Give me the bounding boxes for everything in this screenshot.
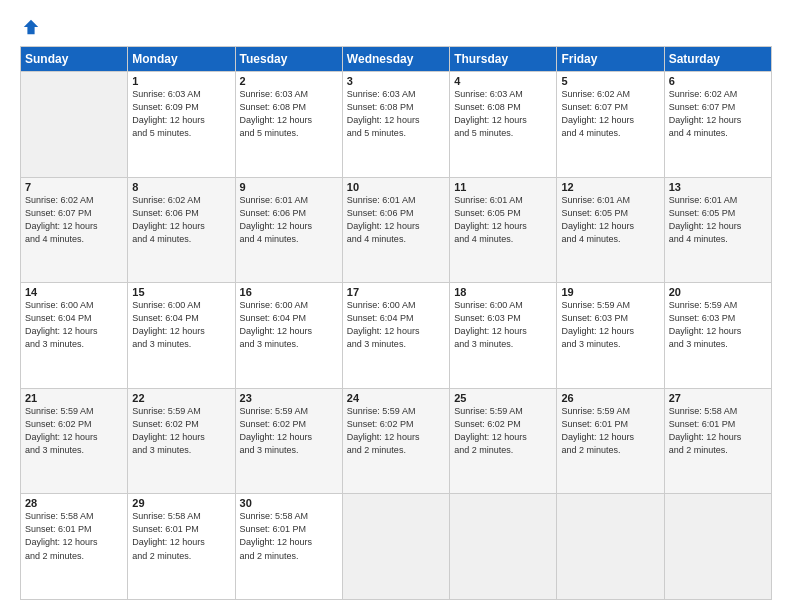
day-info: Sunrise: 5:58 AM Sunset: 6:01 PM Dayligh… — [240, 510, 338, 562]
logo — [20, 18, 40, 36]
day-info: Sunrise: 6:01 AM Sunset: 6:06 PM Dayligh… — [347, 194, 445, 246]
day-number: 1 — [132, 75, 230, 87]
day-number: 9 — [240, 181, 338, 193]
day-info: Sunrise: 6:03 AM Sunset: 6:08 PM Dayligh… — [454, 88, 552, 140]
day-number: 27 — [669, 392, 767, 404]
day-info: Sunrise: 6:00 AM Sunset: 6:04 PM Dayligh… — [25, 299, 123, 351]
calendar-cell: 19Sunrise: 5:59 AM Sunset: 6:03 PM Dayli… — [557, 283, 664, 389]
calendar-cell: 9Sunrise: 6:01 AM Sunset: 6:06 PM Daylig… — [235, 177, 342, 283]
calendar-cell: 20Sunrise: 5:59 AM Sunset: 6:03 PM Dayli… — [664, 283, 771, 389]
day-info: Sunrise: 6:00 AM Sunset: 6:04 PM Dayligh… — [132, 299, 230, 351]
day-info: Sunrise: 6:00 AM Sunset: 6:04 PM Dayligh… — [240, 299, 338, 351]
day-info: Sunrise: 6:01 AM Sunset: 6:05 PM Dayligh… — [561, 194, 659, 246]
calendar-table: SundayMondayTuesdayWednesdayThursdayFrid… — [20, 46, 772, 600]
calendar-cell: 25Sunrise: 5:59 AM Sunset: 6:02 PM Dayli… — [450, 388, 557, 494]
calendar-cell: 23Sunrise: 5:59 AM Sunset: 6:02 PM Dayli… — [235, 388, 342, 494]
day-info: Sunrise: 6:02 AM Sunset: 6:07 PM Dayligh… — [25, 194, 123, 246]
calendar-cell: 10Sunrise: 6:01 AM Sunset: 6:06 PM Dayli… — [342, 177, 449, 283]
day-number: 10 — [347, 181, 445, 193]
calendar-cell: 29Sunrise: 5:58 AM Sunset: 6:01 PM Dayli… — [128, 494, 235, 600]
calendar-cell: 13Sunrise: 6:01 AM Sunset: 6:05 PM Dayli… — [664, 177, 771, 283]
day-info: Sunrise: 5:59 AM Sunset: 6:02 PM Dayligh… — [347, 405, 445, 457]
calendar-cell: 6Sunrise: 6:02 AM Sunset: 6:07 PM Daylig… — [664, 72, 771, 178]
calendar-cell: 27Sunrise: 5:58 AM Sunset: 6:01 PM Dayli… — [664, 388, 771, 494]
calendar-cell — [342, 494, 449, 600]
day-info: Sunrise: 5:58 AM Sunset: 6:01 PM Dayligh… — [25, 510, 123, 562]
calendar-cell: 16Sunrise: 6:00 AM Sunset: 6:04 PM Dayli… — [235, 283, 342, 389]
calendar-cell: 26Sunrise: 5:59 AM Sunset: 6:01 PM Dayli… — [557, 388, 664, 494]
day-number: 16 — [240, 286, 338, 298]
day-info: Sunrise: 6:01 AM Sunset: 6:05 PM Dayligh… — [669, 194, 767, 246]
calendar-header-tuesday: Tuesday — [235, 47, 342, 72]
calendar-header-row: SundayMondayTuesdayWednesdayThursdayFrid… — [21, 47, 772, 72]
calendar-week-row: 1Sunrise: 6:03 AM Sunset: 6:09 PM Daylig… — [21, 72, 772, 178]
day-info: Sunrise: 5:59 AM Sunset: 6:02 PM Dayligh… — [240, 405, 338, 457]
day-info: Sunrise: 6:01 AM Sunset: 6:06 PM Dayligh… — [240, 194, 338, 246]
day-number: 25 — [454, 392, 552, 404]
calendar-cell: 17Sunrise: 6:00 AM Sunset: 6:04 PM Dayli… — [342, 283, 449, 389]
calendar-cell: 5Sunrise: 6:02 AM Sunset: 6:07 PM Daylig… — [557, 72, 664, 178]
logo-icon — [22, 18, 40, 36]
day-info: Sunrise: 5:59 AM Sunset: 6:02 PM Dayligh… — [454, 405, 552, 457]
day-info: Sunrise: 5:59 AM Sunset: 6:03 PM Dayligh… — [561, 299, 659, 351]
day-number: 21 — [25, 392, 123, 404]
calendar-header-saturday: Saturday — [664, 47, 771, 72]
calendar-cell: 3Sunrise: 6:03 AM Sunset: 6:08 PM Daylig… — [342, 72, 449, 178]
day-number: 24 — [347, 392, 445, 404]
day-info: Sunrise: 5:59 AM Sunset: 6:01 PM Dayligh… — [561, 405, 659, 457]
day-number: 20 — [669, 286, 767, 298]
calendar-week-row: 21Sunrise: 5:59 AM Sunset: 6:02 PM Dayli… — [21, 388, 772, 494]
calendar-cell: 12Sunrise: 6:01 AM Sunset: 6:05 PM Dayli… — [557, 177, 664, 283]
day-number: 3 — [347, 75, 445, 87]
day-number: 13 — [669, 181, 767, 193]
day-number: 2 — [240, 75, 338, 87]
calendar-header-friday: Friday — [557, 47, 664, 72]
calendar-cell: 8Sunrise: 6:02 AM Sunset: 6:06 PM Daylig… — [128, 177, 235, 283]
calendar-header-thursday: Thursday — [450, 47, 557, 72]
day-number: 28 — [25, 497, 123, 509]
day-number: 30 — [240, 497, 338, 509]
day-info: Sunrise: 5:58 AM Sunset: 6:01 PM Dayligh… — [132, 510, 230, 562]
day-info: Sunrise: 6:03 AM Sunset: 6:08 PM Dayligh… — [347, 88, 445, 140]
calendar-header-sunday: Sunday — [21, 47, 128, 72]
day-info: Sunrise: 6:00 AM Sunset: 6:04 PM Dayligh… — [347, 299, 445, 351]
day-info: Sunrise: 6:02 AM Sunset: 6:07 PM Dayligh… — [561, 88, 659, 140]
day-number: 22 — [132, 392, 230, 404]
day-info: Sunrise: 5:59 AM Sunset: 6:03 PM Dayligh… — [669, 299, 767, 351]
day-number: 12 — [561, 181, 659, 193]
calendar-cell: 30Sunrise: 5:58 AM Sunset: 6:01 PM Dayli… — [235, 494, 342, 600]
calendar-cell: 28Sunrise: 5:58 AM Sunset: 6:01 PM Dayli… — [21, 494, 128, 600]
day-number: 17 — [347, 286, 445, 298]
day-number: 11 — [454, 181, 552, 193]
day-number: 8 — [132, 181, 230, 193]
calendar-cell: 11Sunrise: 6:01 AM Sunset: 6:05 PM Dayli… — [450, 177, 557, 283]
calendar-cell — [664, 494, 771, 600]
day-info: Sunrise: 5:59 AM Sunset: 6:02 PM Dayligh… — [25, 405, 123, 457]
day-info: Sunrise: 6:03 AM Sunset: 6:08 PM Dayligh… — [240, 88, 338, 140]
calendar-cell — [21, 72, 128, 178]
calendar-week-row: 14Sunrise: 6:00 AM Sunset: 6:04 PM Dayli… — [21, 283, 772, 389]
calendar-week-row: 28Sunrise: 5:58 AM Sunset: 6:01 PM Dayli… — [21, 494, 772, 600]
calendar-cell: 21Sunrise: 5:59 AM Sunset: 6:02 PM Dayli… — [21, 388, 128, 494]
calendar-cell: 24Sunrise: 5:59 AM Sunset: 6:02 PM Dayli… — [342, 388, 449, 494]
day-info: Sunrise: 5:59 AM Sunset: 6:02 PM Dayligh… — [132, 405, 230, 457]
day-number: 5 — [561, 75, 659, 87]
day-number: 14 — [25, 286, 123, 298]
calendar-header-wednesday: Wednesday — [342, 47, 449, 72]
day-number: 7 — [25, 181, 123, 193]
calendar-cell: 7Sunrise: 6:02 AM Sunset: 6:07 PM Daylig… — [21, 177, 128, 283]
day-info: Sunrise: 6:02 AM Sunset: 6:06 PM Dayligh… — [132, 194, 230, 246]
calendar-week-row: 7Sunrise: 6:02 AM Sunset: 6:07 PM Daylig… — [21, 177, 772, 283]
svg-marker-0 — [24, 20, 38, 34]
day-info: Sunrise: 6:01 AM Sunset: 6:05 PM Dayligh… — [454, 194, 552, 246]
day-info: Sunrise: 5:58 AM Sunset: 6:01 PM Dayligh… — [669, 405, 767, 457]
day-info: Sunrise: 6:03 AM Sunset: 6:09 PM Dayligh… — [132, 88, 230, 140]
day-number: 19 — [561, 286, 659, 298]
day-number: 26 — [561, 392, 659, 404]
calendar-header-monday: Monday — [128, 47, 235, 72]
day-number: 4 — [454, 75, 552, 87]
calendar-cell — [557, 494, 664, 600]
day-number: 23 — [240, 392, 338, 404]
day-info: Sunrise: 6:02 AM Sunset: 6:07 PM Dayligh… — [669, 88, 767, 140]
calendar-cell: 14Sunrise: 6:00 AM Sunset: 6:04 PM Dayli… — [21, 283, 128, 389]
